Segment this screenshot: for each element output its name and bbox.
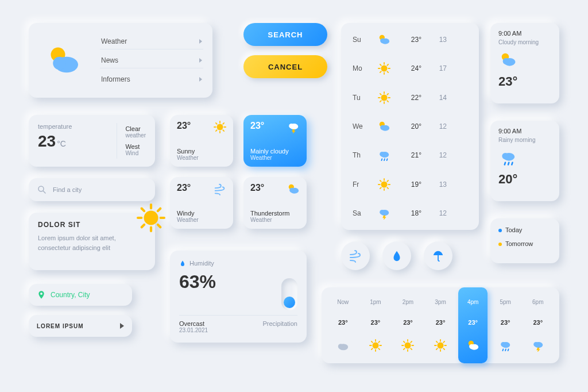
week-row[interactable]: Fr19°13 <box>353 178 467 191</box>
weather-tile-cloudy[interactable]: 23° Mainly cloudyWeather <box>243 115 307 167</box>
humidity-value: 63% <box>179 271 297 293</box>
drop-icon <box>390 249 403 262</box>
search-placeholder: Find a city <box>53 186 82 193</box>
weather-tile-thunder[interactable]: 23° ThunderstormWeather <box>243 177 307 229</box>
search-icon <box>37 185 47 195</box>
chevron-right-icon <box>199 58 202 63</box>
humidity-condition: Overcast <box>179 320 208 327</box>
menu-item-informers[interactable]: Informers <box>100 72 203 87</box>
sun-icon <box>137 203 165 232</box>
lorem-button[interactable]: LOREM IPSUM <box>29 315 132 337</box>
svg-point-30 <box>469 344 474 349</box>
hour-column[interactable]: 3pm23° <box>426 293 455 358</box>
week-row[interactable]: Mo24°17 <box>353 62 467 75</box>
week-row[interactable]: We20°12 <box>353 120 467 133</box>
temperature-card: temperature 23 °C Clearweather WestWind <box>29 115 155 167</box>
hour-column[interactable]: 6pm23° <box>523 293 552 358</box>
partly-cloudy-icon <box>287 183 300 195</box>
storm-icon <box>287 121 300 133</box>
menu-card: Weather News Informers <box>29 23 212 98</box>
forecast-tile-am-cloudy[interactable]: 9:00 AM Cloudy morning 23° <box>490 23 559 103</box>
wind-button[interactable] <box>341 241 370 270</box>
play-icon <box>120 323 124 329</box>
week-forecast: Su23°13Mo24°17Tu22°14We20°12Th21°12Fr19°… <box>341 23 479 230</box>
wind-icon <box>214 183 226 195</box>
hour-column[interactable]: 5pm23° <box>491 293 520 358</box>
condition-value: Clear <box>125 125 146 132</box>
weather-tile-sunny[interactable]: 23° SunnyWeather <box>170 115 233 167</box>
location-input[interactable]: Country, City <box>29 284 132 306</box>
precipitation-toggle[interactable] <box>281 278 297 310</box>
wind-label: Wind <box>125 150 146 156</box>
humidity-card: Humidity 63% Overcast23.01.2021 Precipit… <box>170 251 307 343</box>
temperature-unit: °C <box>57 139 66 148</box>
legend-card: Today Tomorrow <box>490 218 559 263</box>
umbrella-icon <box>432 249 444 262</box>
wind-value: West <box>125 143 146 150</box>
week-row[interactable]: Th21°12 <box>353 149 467 162</box>
weather-tile-windy[interactable]: 23° WindyWeather <box>170 177 233 229</box>
week-row[interactable]: Su23°13 <box>353 33 467 46</box>
legend-tomorrow: Tomorrow <box>498 240 551 247</box>
humidity-button[interactable] <box>382 241 411 270</box>
umbrella-button[interactable] <box>424 241 452 270</box>
hour-column[interactable]: 2pm23° <box>393 293 423 358</box>
legend-today: Today <box>498 226 551 233</box>
pin-icon <box>37 290 46 299</box>
partly-cloudy-icon <box>498 51 518 68</box>
info-title: DOLOR SIT <box>38 221 146 229</box>
chevron-right-icon <box>199 39 202 44</box>
hour-column[interactable]: 1pm23° <box>361 293 390 358</box>
search-input[interactable]: Find a city <box>29 178 155 201</box>
info-body: Lorem ipsum dolor sit amet, consectetur … <box>38 233 124 252</box>
forecast-tile-am-rainy[interactable]: 9:00 AM Rainy morning 20° <box>490 121 559 201</box>
wind-icon <box>349 249 362 263</box>
humidity-date: 23.01.2021 <box>179 327 208 333</box>
humidity-label: Humidity <box>189 260 214 267</box>
sun-icon <box>214 121 226 133</box>
svg-point-27 <box>289 124 293 128</box>
cloud-sun-icon <box>38 32 90 89</box>
location-text: Country, City <box>51 291 90 299</box>
cancel-button[interactable]: CANCEL <box>243 55 327 78</box>
hour-column[interactable]: 4pm23° <box>458 287 488 363</box>
week-row[interactable]: Tu22°14 <box>353 91 467 104</box>
week-row[interactable]: Sa18°12 <box>353 207 467 220</box>
hourly-forecast: Now23°1pm23°2pm23°3pm23°4pm23°5pm23°6pm2… <box>322 287 559 363</box>
hour-column[interactable]: Now23° <box>328 293 358 358</box>
rain-icon <box>498 149 518 166</box>
menu-item-weather[interactable]: Weather <box>100 34 203 49</box>
precipitation-label: Precipitation <box>262 320 297 333</box>
info-card: DOLOR SIT Lorem ipsum dolor sit amet, co… <box>29 213 155 270</box>
temperature-value: 23 <box>38 132 56 151</box>
chevron-right-icon <box>199 77 202 82</box>
menu-item-news[interactable]: News <box>100 53 203 68</box>
drop-icon <box>179 260 186 267</box>
temperature-label: temperature <box>38 123 106 130</box>
condition-label: weather <box>125 132 146 139</box>
search-button[interactable]: SEARCH <box>243 23 327 46</box>
